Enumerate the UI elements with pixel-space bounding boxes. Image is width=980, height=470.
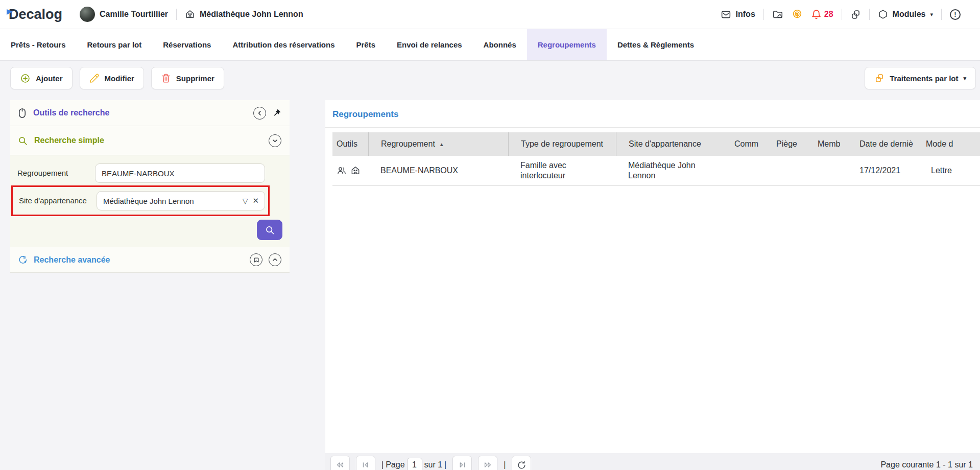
table-header-row: Outils Regroupement ▲ Type de regroupeme… — [332, 132, 980, 156]
delete-button-label: Supprimer — [176, 74, 214, 83]
last-page-button[interactable] — [452, 456, 472, 470]
top-bar: Decalog Camille Tourtillier Médiathèque … — [0, 0, 980, 29]
dropdown-triangle-icon[interactable]: ▽ — [243, 197, 248, 205]
tab-dettes-reglements[interactable]: Dettes & Règlements — [607, 29, 705, 60]
notification-count-badge: 28 — [824, 10, 833, 19]
tab-envoi-relances[interactable]: Envoi de relances — [386, 29, 473, 60]
regroupement-field-row: Regroupement — [17, 163, 265, 183]
row-site-cell: Médiathèque John Lennon — [616, 160, 722, 181]
sort-asc-icon: ▲ — [439, 142, 444, 147]
tab-prets-retours[interactable]: Prêts - Retours — [0, 29, 77, 60]
page-number-input[interactable] — [407, 458, 422, 470]
broadcast-icon[interactable] — [792, 9, 803, 20]
regroupements-table: Outils Regroupement ▲ Type de regroupeme… — [332, 132, 980, 186]
envelope-icon — [721, 9, 731, 20]
collapse-simple-search-button[interactable] — [269, 134, 281, 147]
site-input-icons: ▽ ✕ — [243, 191, 259, 210]
row-type-cell: Famille avec interlocuteur — [508, 160, 616, 181]
refresh-button[interactable] — [512, 456, 531, 470]
regroupement-input[interactable] — [95, 163, 265, 183]
divider — [325, 127, 980, 128]
site-chip: Médiathèque John Lennon — [185, 9, 303, 19]
clear-field-icon[interactable]: ✕ — [252, 196, 259, 205]
first-page-button[interactable] — [356, 456, 375, 470]
notifications-button[interactable]: 28 — [811, 9, 833, 20]
separator — [842, 9, 842, 20]
column-header-mode[interactable]: Mode d — [919, 132, 980, 156]
infos-button[interactable]: Infos — [721, 9, 755, 20]
advanced-search-title: Recherche avancée — [34, 255, 110, 265]
pagination-bar: | Page sur 1 | | Page courante 1 - 1 sur… — [325, 453, 980, 470]
batch-button-label: Traitements par lot — [890, 74, 958, 83]
column-header-site[interactable]: Site d'appartenance — [616, 132, 722, 156]
history-arrow-icon — [17, 255, 28, 265]
tab-prets[interactable]: Prêts — [345, 29, 386, 60]
column-header-outils[interactable]: Outils — [332, 132, 368, 156]
mouse-icon — [17, 108, 27, 119]
help-info-icon[interactable]: ! — [950, 9, 961, 20]
add-button-label: Ajouter — [36, 74, 63, 83]
current-range-label: Page courante 1 - 1 sur 1 — [880, 456, 976, 470]
search-icon — [17, 135, 28, 146]
members-users-icon[interactable] — [337, 166, 347, 176]
simple-search-form: Regroupement Site d'appartenance ▽ ✕ — [10, 155, 290, 247]
column-header-membres[interactable]: Memb — [805, 132, 847, 156]
pen-icon — [89, 73, 100, 83]
library-building-icon — [185, 9, 195, 19]
collapse-panel-button[interactable] — [253, 107, 266, 120]
annotation-highlight: Site d'appartenance ▽ ✕ — [11, 185, 270, 216]
row-mode-cell: Lettre — [919, 166, 980, 175]
bookmark-search-button[interactable] — [250, 253, 262, 266]
separator — [763, 9, 764, 20]
tab-retours-par-lot[interactable]: Retours par lot — [77, 29, 153, 60]
decalog-logo: Decalog — [8, 7, 62, 22]
column-header-type[interactable]: Type de regroupement — [508, 132, 616, 156]
site-input[interactable] — [97, 191, 265, 210]
row-date-cell: 17/12/2021 — [847, 166, 919, 175]
simple-search-header: Recherche simple — [10, 126, 290, 155]
pin-icon[interactable] — [272, 108, 281, 118]
column-header-label: Regroupement — [381, 139, 435, 149]
site-field-row: Site d'appartenance ▽ ✕ — [19, 191, 265, 210]
search-tools-header: Outils de recherche — [10, 100, 290, 126]
add-button[interactable]: Ajouter — [10, 67, 73, 89]
separator-glyph: | — [504, 456, 506, 470]
search-submit-button[interactable] — [257, 220, 282, 240]
column-header-piege[interactable]: Piège — [764, 132, 805, 156]
site-name: Médiathèque John Lennon — [200, 10, 303, 19]
rewind-pages-button[interactable] — [330, 456, 350, 470]
edit-button[interactable]: Modifier — [80, 67, 144, 89]
table-row[interactable]: BEAUME-NARBOUX Famille avec interlocuteu… — [332, 156, 980, 186]
logo-flag-icon — [6, 9, 14, 18]
link-chain-icon[interactable] — [850, 9, 861, 20]
separator-glyph: | — [444, 460, 446, 469]
collapse-advanced-search-button[interactable] — [269, 253, 281, 266]
page-label: Page — [386, 460, 404, 469]
column-header-date[interactable]: Date de derniè — [847, 132, 919, 156]
folder-cloud-icon[interactable] — [772, 9, 783, 20]
search-submit-row — [17, 220, 282, 240]
tab-attribution-reservations[interactable]: Attribution des réservations — [222, 29, 345, 60]
module-tab-bar: Prêts - Retours Retours par lot Réservat… — [0, 29, 980, 61]
user-chip[interactable]: Camille Tourtillier — [80, 7, 168, 22]
infos-label: Infos — [736, 10, 755, 19]
separator-glyph: | — [381, 460, 384, 469]
search-tools-title: Outils de recherche — [33, 108, 109, 118]
separator — [941, 9, 942, 20]
user-avatar — [80, 7, 95, 22]
tab-abonnes[interactable]: Abonnés — [473, 29, 527, 60]
tab-reservations[interactable]: Réservations — [152, 29, 222, 60]
column-header-commentaire[interactable]: Comm — [722, 132, 764, 156]
edit-button-label: Modifier — [105, 74, 134, 83]
delete-button[interactable]: Supprimer — [151, 67, 224, 89]
batch-processing-button[interactable]: Traitements par lot ▾ — [865, 67, 976, 89]
tab-regroupements[interactable]: Regroupements — [527, 29, 607, 60]
site-house-icon[interactable] — [350, 166, 361, 176]
modules-menu-button[interactable]: Modules ▾ — [878, 9, 933, 19]
modules-label: Modules — [893, 10, 926, 19]
fast-forward-pages-button[interactable] — [478, 456, 497, 470]
site-label: Site d'appartenance — [19, 196, 97, 206]
regroupement-label: Regroupement — [17, 168, 95, 178]
column-header-regroupement[interactable]: Regroupement ▲ — [368, 132, 508, 156]
trash-icon — [161, 73, 171, 83]
